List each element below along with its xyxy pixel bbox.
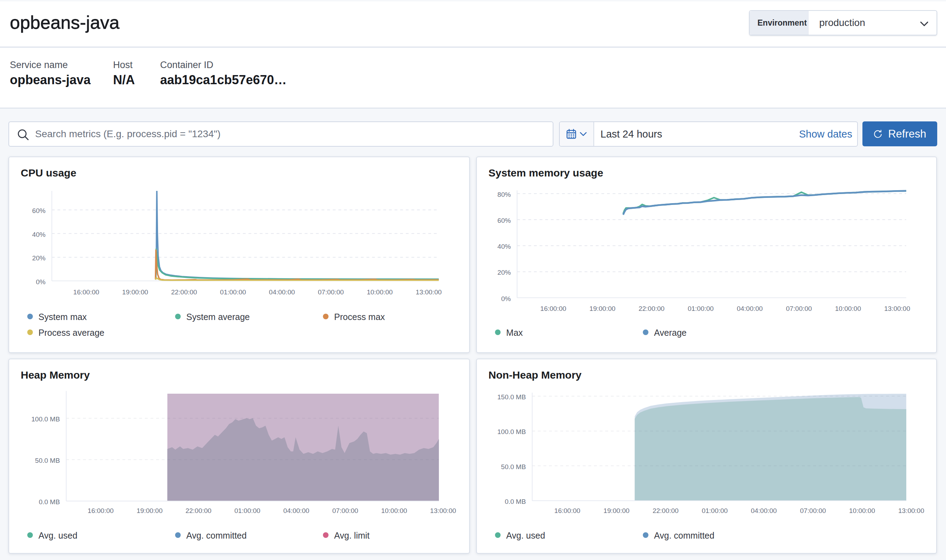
svg-text:01:00:00: 01:00:00 [688, 305, 713, 312]
svg-text:150.0 MB: 150.0 MB [497, 393, 526, 401]
svg-text:22:00:00: 22:00:00 [653, 507, 678, 514]
svg-text:System max: System max [39, 312, 87, 322]
svg-text:10:00:00: 10:00:00 [381, 507, 407, 514]
svg-text:10:00:00: 10:00:00 [367, 288, 393, 296]
svg-text:0.0 MB: 0.0 MB [505, 498, 526, 505]
svg-text:System average: System average [187, 312, 250, 322]
svg-text:16:00:00: 16:00:00 [554, 507, 580, 514]
svg-text:Avg. committed: Avg. committed [654, 531, 715, 540]
svg-text:07:00:00: 07:00:00 [800, 507, 826, 514]
svg-text:19:00:00: 19:00:00 [122, 288, 148, 296]
svg-text:04:00:00: 04:00:00 [283, 507, 309, 514]
svg-text:Process max: Process max [334, 312, 385, 322]
svg-text:50.0 MB: 50.0 MB [501, 463, 526, 471]
svg-text:13:00:00: 13:00:00 [416, 288, 442, 296]
svg-text:16:00:00: 16:00:00 [540, 305, 566, 312]
svg-text:50.0 MB: 50.0 MB [35, 457, 60, 464]
svg-text:Max: Max [506, 328, 523, 337]
svg-text:Avg. used: Avg. used [506, 531, 545, 540]
svg-text:01:00:00: 01:00:00 [220, 288, 246, 296]
svg-text:100.0 MB: 100.0 MB [31, 415, 60, 423]
svg-text:19:00:00: 19:00:00 [603, 507, 630, 514]
svg-text:07:00:00: 07:00:00 [786, 305, 812, 312]
svg-text:01:00:00: 01:00:00 [234, 507, 260, 514]
svg-text:04:00:00: 04:00:00 [751, 507, 777, 514]
svg-text:10:00:00: 10:00:00 [849, 507, 875, 514]
svg-text:01:00:00: 01:00:00 [702, 507, 728, 514]
svg-text:20%: 20% [32, 254, 46, 262]
svg-text:80%: 80% [498, 191, 511, 198]
svg-text:0%: 0% [36, 278, 46, 286]
svg-text:10:00:00: 10:00:00 [835, 305, 861, 312]
svg-text:22:00:00: 22:00:00 [638, 305, 664, 312]
svg-text:07:00:00: 07:00:00 [332, 507, 358, 514]
svg-text:100.0 MB: 100.0 MB [497, 428, 526, 435]
svg-text:04:00:00: 04:00:00 [269, 288, 295, 296]
svg-text:22:00:00: 22:00:00 [185, 507, 211, 514]
svg-text:40%: 40% [498, 243, 511, 250]
svg-text:07:00:00: 07:00:00 [318, 288, 344, 296]
svg-text:Avg. committed: Avg. committed [187, 531, 247, 540]
svg-text:22:00:00: 22:00:00 [171, 288, 197, 296]
svg-text:60%: 60% [32, 207, 46, 214]
svg-text:19:00:00: 19:00:00 [137, 507, 163, 514]
svg-text:13:00:00: 13:00:00 [884, 305, 910, 312]
svg-text:Avg. limit: Avg. limit [334, 531, 370, 540]
svg-text:13:00:00: 13:00:00 [898, 507, 924, 514]
svg-text:16:00:00: 16:00:00 [88, 507, 114, 514]
svg-text:04:00:00: 04:00:00 [737, 305, 763, 312]
svg-text:40%: 40% [32, 231, 46, 238]
svg-text:Process average: Process average [39, 328, 105, 337]
svg-text:20%: 20% [498, 269, 511, 276]
svg-text:60%: 60% [498, 217, 511, 224]
svg-text:13:00:00: 13:00:00 [430, 507, 456, 514]
svg-text:19:00:00: 19:00:00 [590, 305, 616, 312]
svg-text:Average: Average [654, 328, 687, 337]
svg-text:0%: 0% [501, 295, 511, 303]
svg-text:Avg. used: Avg. used [39, 531, 77, 540]
svg-text:16:00:00: 16:00:00 [73, 288, 99, 296]
svg-text:0.0 MB: 0.0 MB [39, 498, 60, 506]
